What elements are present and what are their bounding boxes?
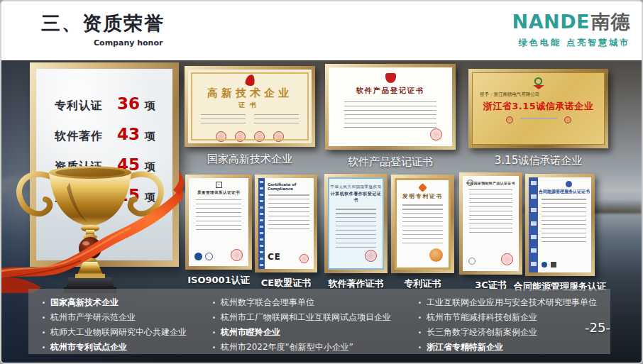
stat-unit: 项 [145, 99, 155, 113]
certificate-title: 质量管理体系认证证书 [189, 190, 248, 195]
qr-code-icon [551, 262, 556, 268]
certificate-frame: 中华人民共和国国家版权局 计算机软件著作权登记证书 [324, 174, 388, 273]
ce-mark: CE [268, 252, 281, 262]
certificate-paper: 合同能源管理服务认证证书 [529, 177, 591, 272]
certificate-paper: 中华人民共和国国家版权局 计算机软件著作权登记证书 [328, 177, 384, 270]
honor-item: 杭师大工业物联网研究中心共建企业 [40, 325, 187, 340]
logo: NANDE南德 绿色电能 点亮智慧城市 [512, 12, 630, 49]
cnas-logo-icon [205, 253, 213, 260]
patent-logo-icon [418, 183, 427, 192]
certificate-paper: Certificate of Compliance CE [258, 178, 314, 269]
certificate-high-tech: 高新技术企业 证书 国家高新技术企业 [185, 66, 315, 166]
stat-unit: 项 [145, 130, 155, 143]
red-seals [188, 131, 312, 142]
seal-icon [231, 249, 243, 261]
accreditation-logos [194, 253, 213, 260]
honor-item: 浙江省专精特新企业 [417, 340, 597, 355]
certificate-text-lines [196, 199, 241, 232]
trophy-pedestal [66, 277, 114, 289]
certificate-frame: 授予：浙江南德电气有限公司 浙江省3.15诚信承诺企业 [468, 69, 608, 148]
certificate-paper: 发明专利证书 [395, 178, 451, 270]
certificate-title: 发明专利证书 [397, 193, 449, 200]
certificate-paper: 授予：浙江南德电气有限公司 浙江省3.15诚信承诺企业 [472, 72, 605, 145]
certificate-footer [473, 116, 604, 123]
certificate-title: 软件产品登记证书 [329, 86, 452, 96]
certificate-caption: 软件产品登记证书 [348, 155, 433, 169]
honor-item: 杭州市工厂物联网和工业互联网试点项目企业 [211, 310, 391, 325]
seal-icon [429, 248, 443, 262]
logo-icon [542, 262, 547, 268]
cert-logo-icon [216, 182, 222, 188]
trophy-ball-highlight [82, 241, 89, 246]
certificate-text-lines [336, 209, 376, 250]
ccc-logo-icon [467, 180, 473, 186]
honors-bar: 国家高新技术企业 杭州市产学研示范企业 杭师大工业物联网研究中心共建企业 杭州市… [28, 289, 610, 354]
seal-icon [299, 254, 309, 263]
certificate-title: 合同能源管理服务认证证书 [539, 189, 590, 195]
certificate-3c: 中国国家强制性产品认证证书 3C证书 [459, 172, 522, 292]
certificate-title: 高新技术企业 [188, 87, 312, 100]
stat-row-patent: 专利认证 36 项 [55, 94, 155, 114]
logo-wordmark: NANDE南德 [512, 12, 630, 31]
certificate-text-lines [201, 114, 299, 127]
seal-icon [254, 131, 265, 142]
seal-icon [216, 131, 226, 142]
certificate-subtitle: 证书 [188, 101, 312, 110]
certificate-315-integrity: 授予：浙江南德电气有限公司 浙江省3.15诚信承诺企业 3.15诚信承诺企业 [468, 69, 608, 167]
stat-label: 软件著作 [55, 129, 103, 144]
honor-item: 国家高新技术企业 [40, 295, 187, 310]
award-line: 授予：浙江南德电气有限公司 [480, 92, 597, 98]
seal-icon [235, 131, 246, 142]
certificate-title: 计算机软件著作权登记证书 [329, 191, 383, 204]
slide: 三、资质荣誉 Company honor NANDE南德 绿色电能 点亮智慧城市… [0, 0, 643, 364]
seal-icon [273, 131, 284, 142]
certificate-paper: 高新技术企业 证书 [188, 70, 312, 143]
national-emblem-icon [385, 73, 396, 83]
logo-text-cn: 南德 [591, 11, 630, 33]
honor-item: 杭州市2022年度“创新型中小企业” [211, 340, 391, 355]
honor-item: 杭州市节能减排科技创新企业 [417, 310, 597, 325]
honor-item: 杭州市专利试点企业 [40, 340, 187, 355]
certificate-frame: Certificate of Compliance CE [255, 175, 317, 272]
certificate-patent: 发明专利证书 专利证书 [391, 175, 454, 290]
honor-item: 工业互联网企业应用与安全技术研究理事单位 [417, 295, 597, 310]
certificate-text-lines [402, 204, 443, 244]
certificate-frame: 高新技术企业 证书 [185, 66, 315, 147]
page-number: -25- [585, 320, 610, 335]
trophy-rim-inner [55, 168, 125, 177]
certificate-frame: 合同能源管理服务认证证书 [525, 174, 595, 276]
certificate-caption: CE欧盟证书 [261, 277, 311, 289]
certificate-ce: Certificate of Compliance CE CE欧盟证书 [255, 175, 317, 289]
honor-item: 杭州市产学研示范企业 [40, 310, 187, 325]
certificate-caption: 国家高新技术企业 [207, 153, 292, 166]
issuing-org: 中华人民共和国国家版权局 [329, 184, 383, 189]
certificate-text-lines [542, 199, 586, 243]
cert-logo-icon [566, 181, 572, 187]
stat-row-software: 软件著作 43 项 [55, 125, 155, 144]
trophy-cone [77, 262, 103, 275]
honor-item: 杭州数字联合会理事单位 [211, 295, 391, 310]
certificate-frame: 发明专利证书 [391, 175, 454, 273]
315-ribbon-icon [533, 85, 544, 89]
flame-logo-icon [244, 74, 255, 87]
trophy-bowl [49, 172, 131, 226]
certificate-frame: 中国国家强制性产品认证证书 [459, 172, 522, 275]
certificate-iso9001: 质量管理体系认证证书 ISO9001认证 [185, 175, 252, 287]
photo-background: 专利认证 36 项 软件著作 43 项 资质认证 45 项 荣誉证书 25 [1, 60, 642, 363]
stat-value: 36 [117, 94, 140, 113]
seal-icon [564, 116, 571, 123]
certificate-title: 浙江省3.15诚信承诺企业 [473, 100, 604, 113]
315-logo-icon [534, 77, 542, 85]
page-title: 三、资质荣誉 [41, 11, 165, 36]
header: 三、资质荣誉 Company honor NANDE南德 绿色电能 点亮智慧城市 [1, 1, 642, 60]
iaf-logo-icon [194, 253, 202, 260]
seal-icon [506, 116, 513, 123]
certificate-footer [542, 262, 556, 268]
certificate-text-lines [344, 101, 436, 130]
seal-icon [365, 250, 377, 262]
certificate-frame: 质量管理体系认证证书 [185, 175, 252, 270]
logo-tagline: 绿色电能 点亮智慧城市 [512, 37, 630, 49]
certificate-software-copyright: 中华人民共和国国家版权局 计算机软件著作权登记证书 软件著作证书 [324, 174, 388, 290]
certificate-text-lines [268, 194, 309, 231]
seal-icon [501, 253, 513, 265]
